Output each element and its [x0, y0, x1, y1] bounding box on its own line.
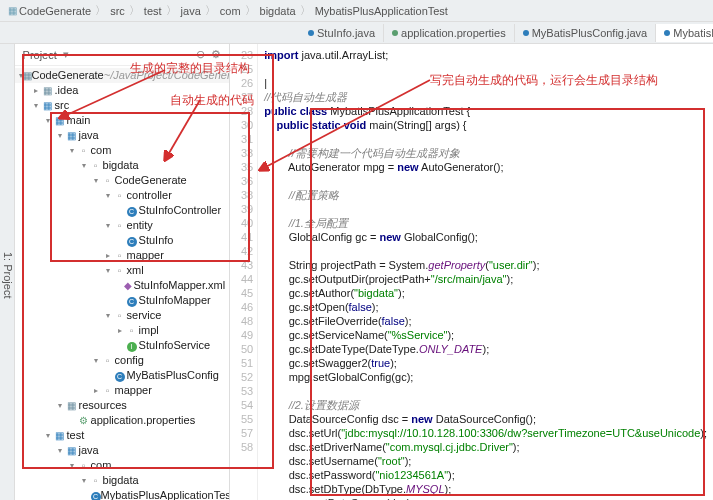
editor-tab[interactable]: application.properties	[384, 24, 515, 42]
tree-node[interactable]: ▾▫bigdata	[15, 158, 230, 173]
breadcrumb-item[interactable]: MybatisPlusApplicationTest	[315, 5, 448, 17]
file-icon	[392, 30, 398, 36]
editor-tab[interactable]: StuInfo.java	[300, 24, 384, 42]
tree-node[interactable]: CStuInfoController	[15, 203, 230, 218]
expand-arrow-icon[interactable]: ▾	[103, 263, 113, 278]
tree-node[interactable]: ◆StuInfoMapper.xml	[15, 278, 230, 293]
green-icon: I	[125, 338, 139, 353]
tree-label: mapper	[115, 383, 152, 398]
tree-node[interactable]: ▾▫entity	[15, 218, 230, 233]
file-icon	[664, 30, 670, 36]
expand-arrow-icon[interactable]: ▾	[103, 308, 113, 323]
tab-label: MyBatisPlusConfig.java	[532, 27, 648, 39]
tree-label: MybatisPlusApplicationTest	[101, 488, 231, 500]
settings-icon[interactable]: ⚙	[211, 48, 221, 61]
breadcrumb[interactable]: ▦ CodeGenerate〉src〉test〉java〉com〉bigdata…	[8, 3, 448, 18]
tree-label: java	[79, 443, 99, 458]
expand-arrow-icon[interactable]: ▾	[91, 353, 101, 368]
line-gutter[interactable]: 2325262728303133353638394041424344454648…	[230, 44, 258, 500]
tree-node[interactable]: ▸▦.idea	[15, 83, 230, 98]
sidebar-header[interactable]: Project ▾ ⊖ ⚙	[15, 44, 230, 66]
tree-label: StuInfoService	[139, 338, 211, 353]
tree-node[interactable]: CMybatisPlusApplicationTest	[15, 488, 230, 500]
breadcrumb-item[interactable]: java	[181, 5, 201, 17]
file-icon	[523, 30, 529, 36]
pkg-icon: ▫	[113, 263, 127, 278]
tree-label: main	[67, 113, 91, 128]
editor-tab[interactable]: MybatisPlusApplicationTest.java	[656, 24, 713, 42]
breadcrumb-item[interactable]: src	[110, 5, 125, 17]
expand-arrow-icon[interactable]: ▾	[67, 458, 77, 473]
expand-arrow-icon[interactable]: ▾	[67, 143, 77, 158]
tree-node[interactable]: ▾▦test	[15, 428, 230, 443]
expand-arrow-icon[interactable]: ▾	[103, 188, 113, 203]
folder-icon: ▦	[65, 398, 79, 413]
expand-arrow-icon[interactable]: ▾	[79, 473, 89, 488]
tree-node[interactable]: ▾▦main	[15, 113, 230, 128]
tree-node[interactable]: ▾▫xml	[15, 263, 230, 278]
code-editor[interactable]: import java.util.ArrayList; |//代码自动生成器pu…	[258, 44, 713, 500]
tree-label: CodeGenerate	[32, 68, 104, 83]
breadcrumb-item[interactable]: CodeGenerate	[19, 5, 91, 17]
file-icon	[308, 30, 314, 36]
expand-arrow-icon[interactable]: ▾	[103, 218, 113, 233]
tree-node[interactable]: IStuInfoService	[15, 338, 230, 353]
tree-node[interactable]: ▾▫controller	[15, 188, 230, 203]
tree-label: service	[127, 308, 162, 323]
editor-tabs-bar: StuInfo.javaapplication.propertiesMyBati…	[0, 22, 713, 44]
tree-node[interactable]: ▸▫mapper	[15, 248, 230, 263]
breadcrumb-item[interactable]: com	[220, 5, 241, 17]
expand-arrow-icon[interactable]: ▾	[55, 443, 65, 458]
tool-window-stripe[interactable]: 1: Project	[0, 44, 15, 500]
tree-node[interactable]: ⚙application.properties	[15, 413, 230, 428]
editor-tab[interactable]: MyBatisPlusConfig.java	[515, 24, 657, 42]
tree-node[interactable]: ▾▦src	[15, 98, 230, 113]
tree-node[interactable]: ▾▦java	[15, 128, 230, 143]
tree-node[interactable]: ▾▫com	[15, 458, 230, 473]
project-tool-button[interactable]: 1: Project	[2, 252, 14, 298]
tree-node[interactable]: ▸▫mapper	[15, 383, 230, 398]
pkg-icon: ▫	[113, 308, 127, 323]
tree-node[interactable]: ▾▫com	[15, 143, 230, 158]
tree-label: bigdata	[103, 473, 139, 488]
tree-node[interactable]: ▾▦java	[15, 443, 230, 458]
expand-arrow-icon[interactable]: ▾	[43, 113, 53, 128]
tree-label: StuInfoMapper.xml	[133, 278, 225, 293]
expand-arrow-icon[interactable]: ▸	[115, 323, 125, 338]
tree-node[interactable]: ▾▫config	[15, 353, 230, 368]
tree-label: CodeGenerate	[115, 173, 187, 188]
project-tree[interactable]: ▾▦CodeGenerate ~/JavaProject/CodeGenerat…	[15, 66, 230, 500]
tree-label: controller	[127, 188, 172, 203]
tree-node[interactable]: ▾▫CodeGenerate	[15, 173, 230, 188]
expand-arrow-icon[interactable]: ▾	[91, 173, 101, 188]
expand-arrow-icon[interactable]: ▾	[55, 128, 65, 143]
expand-arrow-icon[interactable]: ▾	[79, 158, 89, 173]
collapse-icon[interactable]: ⊖	[196, 48, 205, 61]
tree-label: StuInfo	[139, 233, 174, 248]
class-icon: C	[113, 368, 127, 383]
tree-node[interactable]: CMyBatisPlusConfig	[15, 368, 230, 383]
expand-arrow-icon[interactable]: ▾	[55, 398, 65, 413]
tree-node[interactable]: ▾▫service	[15, 308, 230, 323]
tree-node[interactable]: CStuInfo	[15, 233, 230, 248]
pkg-icon: ▫	[89, 158, 103, 173]
expand-arrow-icon[interactable]: ▸	[103, 248, 113, 263]
breadcrumb-item[interactable]: bigdata	[260, 5, 296, 17]
src-icon: ▦	[65, 128, 79, 143]
expand-arrow-icon[interactable]: ▸	[91, 383, 101, 398]
tree-node[interactable]: ▾▫bigdata	[15, 473, 230, 488]
breadcrumb-item[interactable]: test	[144, 5, 162, 17]
expand-arrow-icon[interactable]: ▾	[31, 98, 41, 113]
pkg-icon: ▫	[113, 188, 127, 203]
tree-node[interactable]: ▾▦resources	[15, 398, 230, 413]
folder-icon: ▦	[41, 83, 55, 98]
tree-label: StuInfoController	[139, 203, 222, 218]
tree-node[interactable]: ▸▫impl	[15, 323, 230, 338]
tree-label: bigdata	[103, 158, 139, 173]
editor-area: 2325262728303133353638394041424344454648…	[230, 44, 713, 500]
tree-node[interactable]: CStuInfoMapper	[15, 293, 230, 308]
expand-arrow-icon[interactable]: ▾	[43, 428, 53, 443]
expand-arrow-icon[interactable]: ▸	[31, 83, 41, 98]
pkg-icon: ▫	[77, 458, 91, 473]
tree-node[interactable]: ▾▦CodeGenerate ~/JavaProject/CodeGenerat…	[15, 68, 230, 83]
